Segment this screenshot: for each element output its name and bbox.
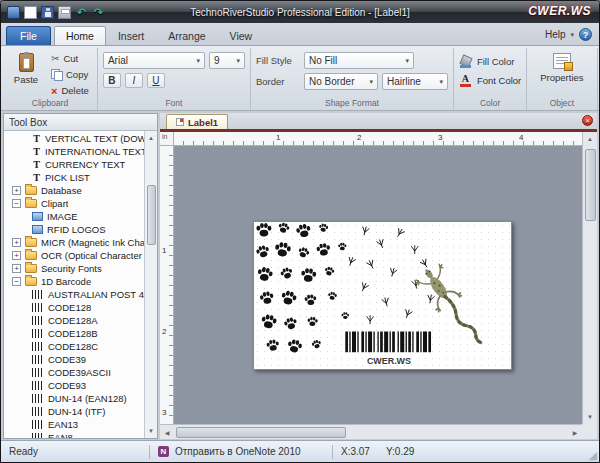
delete-button[interactable]: ×Delete <box>48 83 92 98</box>
object-group-label: Object <box>527 98 596 108</box>
toolbox-item[interactable]: TINTERNATIONAL TEXT <box>4 145 144 158</box>
font-color-button[interactable]: AFont Color <box>459 72 521 88</box>
toolbox-item[interactable]: −Clipart <box>4 197 144 210</box>
cut-icon: ✂ <box>51 53 59 64</box>
barcode-icon <box>32 420 44 429</box>
vertical-scroll-thumb[interactable] <box>585 149 596 221</box>
tab-label1[interactable]: Label1 <box>166 114 228 129</box>
help-menu[interactable]: Help <box>545 29 566 40</box>
paw-prints[interactable] <box>255 222 349 354</box>
folder-icon <box>25 199 37 208</box>
redo-icon[interactable]: ↷ <box>92 6 105 19</box>
fill-style-select[interactable]: No Fill▾ <box>304 52 414 69</box>
font-family-select[interactable]: Arial▾ <box>103 52 205 69</box>
tab-insert[interactable]: Insert <box>106 26 156 45</box>
statusbar: Ready N Отправить в OneNote 2010 X:3.07 … <box>1 440 599 462</box>
toolbox-item[interactable]: CODE128C <box>4 340 144 353</box>
font-size-select[interactable]: 9▾ <box>209 52 245 69</box>
bold-button[interactable]: B <box>103 73 121 88</box>
print-icon[interactable] <box>58 6 71 19</box>
scroll-down-icon[interactable]: ▼ <box>144 424 157 438</box>
toolbox-item[interactable]: TPICK LIST <box>4 171 144 184</box>
text-icon: T <box>32 159 41 170</box>
underline-button[interactable]: U <box>147 73 165 88</box>
text-icon: T <box>32 172 41 183</box>
barcode-object[interactable]: CWER.WS <box>345 332 431 367</box>
label-sheet[interactable]: CWER.WS <box>253 221 512 370</box>
tab-home[interactable]: Home <box>54 26 106 45</box>
toolbox-item[interactable]: CODE39 <box>4 353 144 366</box>
toolbox-scroll-thumb[interactable] <box>147 185 156 245</box>
main-area: Tool Box TVERTICAL TEXT (DOWTINTERNATION… <box>1 111 599 440</box>
scroll-up-icon[interactable]: ▲ <box>583 132 597 146</box>
save-icon[interactable] <box>41 6 54 19</box>
close-document-icon[interactable]: × <box>582 115 593 126</box>
border-label: Border <box>256 76 300 87</box>
toolbox-item[interactable]: CODE128B <box>4 327 144 340</box>
cut-button[interactable]: ✂Cut <box>48 51 92 66</box>
horizontal-scroll-thumb[interactable] <box>176 427 346 438</box>
help-icon[interactable]: ? <box>579 28 592 41</box>
toolbox-item[interactable]: RFID LOGOS <box>4 223 144 236</box>
folder-icon <box>25 251 37 260</box>
expand-toggle-icon[interactable]: − <box>12 277 21 286</box>
toolbox-item[interactable]: +MICR (Magnetic Ink Chai <box>4 236 144 249</box>
toolbox-item[interactable]: CODE128A <box>4 314 144 327</box>
paste-button[interactable]: Paste <box>8 50 44 98</box>
toolbox-item[interactable]: IMAGE <box>4 210 144 223</box>
scrollbar-corner <box>582 424 597 439</box>
border-select[interactable]: No Border▾ <box>304 73 378 90</box>
resize-grip[interactable]: ◢ <box>589 450 597 461</box>
scroll-down-icon[interactable]: ▼ <box>583 410 597 424</box>
barcode-icon <box>32 381 44 390</box>
app-icon[interactable] <box>7 6 20 19</box>
toolbox-item[interactable]: +Security Fonts <box>4 262 144 275</box>
scroll-right-icon[interactable]: ▶ <box>568 425 582 439</box>
chevron-down-icon: ▾ <box>405 57 409 65</box>
expand-toggle-icon[interactable]: − <box>12 199 21 208</box>
undo-icon[interactable]: ↶ <box>75 6 88 19</box>
chevron-down-icon[interactable]: ▾ <box>570 31 574 39</box>
toolbox-item[interactable]: +Database <box>4 184 144 197</box>
ribbon-tab-bar: File HomeInsertArrangeView Help ▾ ? <box>1 23 599 46</box>
toolbox-item[interactable]: DUN-14 (EAN128) <box>4 392 144 405</box>
new-document-icon[interactable] <box>24 6 37 19</box>
barcode-text: CWER.WS <box>367 356 411 366</box>
toolbox-item[interactable]: TVERTICAL TEXT (DOW <box>4 132 144 145</box>
expand-toggle-icon[interactable]: + <box>12 264 21 273</box>
barcode-icon <box>32 368 44 377</box>
toolbox-item[interactable]: DUN-14 (ITF) <box>4 405 144 418</box>
bird-tracks[interactable] <box>346 226 434 324</box>
toolbox-item[interactable]: EAN8 <box>4 431 144 438</box>
toolbox-item[interactable]: TCURRENCY TEXT <box>4 158 144 171</box>
scroll-up-icon[interactable]: ▲ <box>144 131 157 145</box>
toolbox-item[interactable]: +OCR (Optical Character F <box>4 249 144 262</box>
scroll-left-icon[interactable]: ◀ <box>160 425 174 439</box>
color-group: Fill Color AFont Color Color <box>454 48 527 110</box>
tab-arrange[interactable]: Arrange <box>156 26 217 45</box>
design-canvas[interactable]: CWER.WS <box>174 146 582 424</box>
chevron-down-icon: ▾ <box>439 78 443 86</box>
toolbox-item[interactable]: CODE93 <box>4 379 144 392</box>
expand-toggle-icon[interactable]: + <box>12 186 21 195</box>
font-group: Arial▾ 9▾ B I U Font <box>98 48 251 110</box>
expand-toggle-icon[interactable]: + <box>12 238 21 247</box>
vertical-scrollbar[interactable]: ▲ ▼ <box>582 132 597 424</box>
fill-color-button[interactable]: Fill Color <box>459 53 521 69</box>
expand-toggle-icon[interactable]: + <box>12 251 21 260</box>
toolbox-item[interactable]: CODE128 <box>4 301 144 314</box>
properties-button[interactable]: Properties <box>532 50 591 83</box>
toolbox-item[interactable]: AUSTRALIAN POST 4-S <box>4 288 144 301</box>
border-weight-select[interactable]: Hairline▾ <box>382 73 448 90</box>
status-onenote[interactable]: N Отправить в OneNote 2010 <box>150 441 332 462</box>
tab-view[interactable]: View <box>218 26 265 45</box>
toolbox-item[interactable]: −1D Barcode <box>4 275 144 288</box>
copy-button[interactable]: Copy <box>48 67 92 82</box>
text-icon: T <box>32 133 41 144</box>
toolbox-scrollbar[interactable]: ▲ ▼ <box>144 131 157 438</box>
toolbox-item[interactable]: CODE39ASCII <box>4 366 144 379</box>
file-tab[interactable]: File <box>6 26 51 45</box>
toolbox-item[interactable]: EAN13 <box>4 418 144 431</box>
italic-button[interactable]: I <box>125 73 143 88</box>
horizontal-scrollbar[interactable]: ◀ ▶ <box>160 424 582 439</box>
